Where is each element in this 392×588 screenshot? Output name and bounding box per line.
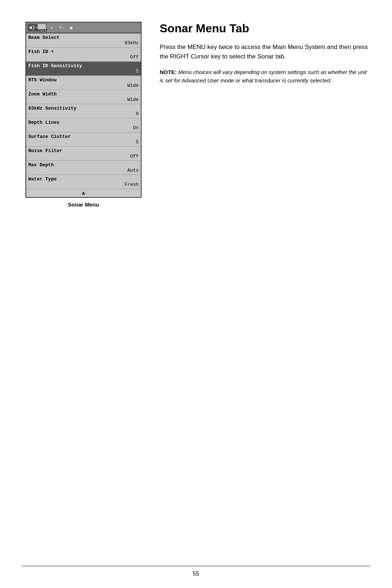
sun-icon: ✦ [47, 24, 56, 32]
page-footer: 55 [0, 566, 392, 577]
menu-item[interactable]: 83kHz Sensitivity0 [26, 104, 141, 118]
note-text: NOTE: Menu choices will vary depending o… [160, 68, 370, 85]
page-title: Sonar Menu Tab [160, 22, 370, 35]
settings-icon: ≡— [57, 24, 66, 32]
menu-item-label: Noise Filter [26, 147, 141, 154]
menu-item-value: Wide [26, 83, 141, 90]
tab-bar: ◄) ✳ Sonar ✦ ≡— ▣ [26, 23, 141, 33]
menu-item-value: Off [26, 154, 141, 160]
menu-item-value: 0 [26, 111, 141, 118]
menu-item[interactable]: Fish ID Sensitivity5 [26, 62, 141, 76]
note-label: NOTE: [160, 69, 177, 75]
menu-item-label: Depth Lines [26, 118, 141, 125]
menu-item[interactable]: Beam Select83kHz [26, 33, 141, 48]
note-body: Menu choices will vary depending on syst… [160, 69, 367, 83]
menu-item[interactable]: RTS WindowWide [26, 76, 141, 90]
menu-item[interactable]: Noise FilterOff [26, 147, 141, 161]
right-column: Sonar Menu Tab Press the MENU key twice … [160, 22, 370, 208]
menu-item-value: 5 [26, 69, 141, 75]
menu-item-value: Wide [26, 97, 141, 104]
menu-item-value: 83kHz [26, 40, 141, 47]
menu-item-label: Beam Select [26, 33, 141, 40]
menu-item-value: Auto [26, 168, 141, 175]
left-column: ◄) ✳ Sonar ✦ ≡— ▣ Beam Select83kHzFish I… [22, 22, 145, 208]
menu-item-label: Max Depth [26, 161, 141, 168]
menu-item[interactable]: Water TypeFresh [26, 175, 141, 189]
menu-item-label: Water Type [26, 175, 141, 182]
menu-item-label: Fish ID Sensitivity [26, 62, 141, 69]
footer-line [22, 566, 370, 566]
menu-item-label: Fish ID + [26, 48, 141, 54]
sonar-tab[interactable]: ✳ Sonar [37, 24, 46, 32]
menu-item-label: RTS Window [26, 76, 141, 83]
menu-item[interactable]: Max DepthAuto [26, 161, 141, 175]
menu-item-value: Fresh [26, 182, 141, 189]
menu-list: Beam Select83kHzFish ID +OffFish ID Sens… [26, 33, 141, 189]
menu-item-label: 83kHz Sensitivity [26, 104, 141, 111]
page-number: 55 [193, 571, 199, 577]
device-screen: ◄) ✳ Sonar ✦ ≡— ▣ Beam Select83kHzFish I… [25, 22, 142, 198]
scroll-up-arrow: ▲ [82, 190, 85, 196]
menu-item-label: Surface Clutter [26, 132, 141, 139]
menu-item-value: Off [26, 54, 141, 61]
speaker-icon: ◄) [28, 24, 36, 32]
menu-item[interactable]: Depth LinesOn [26, 118, 141, 132]
scroll-indicator: ▲ [26, 189, 141, 197]
menu-item[interactable]: Surface Clutter5 [26, 132, 141, 147]
menu-item[interactable]: Zoom WidthWide [26, 90, 141, 104]
map-icon: ▣ [67, 24, 75, 32]
main-description: Press the MENU key twice to access the M… [160, 42, 370, 61]
menu-item-value: On [26, 125, 141, 132]
menu-item-label: Zoom Width [26, 90, 141, 97]
menu-item-value: 5 [26, 139, 141, 146]
device-caption: Sonar Menu [68, 201, 99, 208]
menu-item[interactable]: Fish ID +Off [26, 48, 141, 62]
